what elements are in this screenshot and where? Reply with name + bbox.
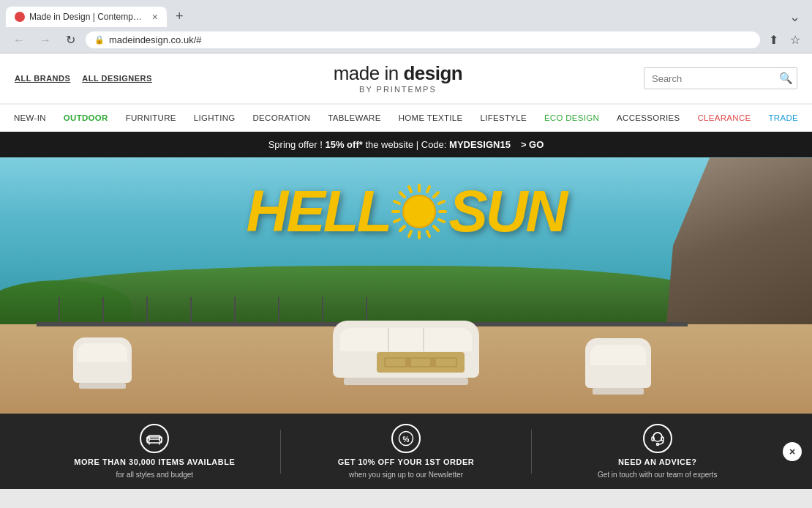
hero-railing-post-3 [146,297,148,326]
svg-point-0 [403,195,435,228]
bottom-bar-item-discount: % GET 10% OFF YOUR 1ST ORDER when you si… [281,424,532,479]
search-button[interactable]: 🔍 [779,72,793,85]
logo-pre: made in [334,62,404,84]
hero-railing-post-4 [190,297,192,326]
svg-line-10 [439,220,444,222]
site-header: ALL BRANDS ALL DESIGNERS made in design … [0,53,812,104]
svg-rect-26 [652,437,654,441]
nav-link-lifestyle[interactable]: LIFESTYLE [471,105,535,131]
headset-icon [643,424,672,453]
bottom-bar-item-advice: NEED AN ADVICE? Get in touch with our te… [532,424,783,479]
hello-sun-logo: HELL [247,179,566,244]
promo-code: MYDESIGN15 [449,139,511,150]
nav-link-furniture[interactable]: FURNITURE [117,105,185,131]
hero-railing-post-5 [234,297,236,326]
nav-item-lifestyle: LIFESTYLE [471,105,535,131]
header-left-links: ALL BRANDS ALL DESIGNERS [15,74,152,83]
hero-railing-post-6 [278,297,279,326]
nav-link-accessories[interactable]: ACCESSORIES [608,105,688,131]
svg-line-11 [409,187,411,192]
svg-line-13 [439,201,444,203]
nav-link-home-textile[interactable]: HOME TEXTILE [390,105,472,131]
hero-railing-post-2 [102,297,104,326]
nav-item-trade: TRADE [759,105,806,131]
promo-discount: 15% off* [325,139,362,150]
nav-link-tableware[interactable]: TABLEWARE [319,105,389,131]
svg-line-5 [400,193,405,197]
promo-banner: Spring offer ! 15% off* the website | Co… [0,132,812,157]
hero-coffee-table [377,352,465,373]
nav-item-outdoor: OUTDOOR [55,105,117,131]
nav-item-accessories: ACCESSORIES [608,105,688,131]
tab-favicon [15,12,25,22]
svg-line-9 [394,201,399,203]
bottom-bar-item-items: MORE THAN 30,000 ITEMS AVAILABLE for all… [29,424,280,479]
tab-end-controls: ⌄ [789,9,806,25]
nav-list: NEW-IN OUTDOOR FURNITURE LIGHTING DECORA… [0,105,812,131]
nav-link-clearance[interactable]: CLEARANCE [688,105,759,131]
search-input[interactable] [652,73,775,84]
address-text: madeindesign.co.uk/# [109,34,751,45]
sofa-svg-icon [146,432,162,445]
browser-chrome: Made in Design | Contemporar… × + ⌄ ← → … [0,0,812,53]
svg-line-15 [427,187,429,192]
site-navigation: NEW-IN OUTDOOR FURNITURE LIGHTING DECORA… [0,104,812,132]
hero-section: HELL [0,157,812,414]
nav-item-home-textile: HOME TEXTILE [390,105,472,131]
tab-title: Made in Design | Contemporar… [29,12,145,22]
all-designers-link[interactable]: ALL DESIGNERS [82,74,152,83]
sofa-icon [140,424,169,453]
svg-line-7 [434,193,438,197]
nav-link-lighting[interactable]: LIGHTING [185,105,244,131]
header-right: 🔍 [644,67,797,89]
discount-icon: % [391,424,421,453]
nav-item-tableware: TABLEWARE [319,105,389,131]
lock-icon: 🔒 [94,35,105,45]
promo-text-start: Spring offer ! [268,139,326,150]
bottom-bar-sub-items: for all styles and budget [116,471,194,479]
new-tab-button[interactable]: + [170,6,189,27]
promo-mid: the website | Code: [363,139,449,150]
back-button[interactable]: ← [9,32,29,48]
hello-text: HELL [247,182,391,241]
logo-bold: design [403,62,462,84]
svg-rect-27 [661,437,663,441]
nav-item-lighting: LIGHTING [185,105,244,131]
bottom-bar-title-items: MORE THAN 30,000 ITEMS AVAILABLE [74,457,235,466]
site-logo[interactable]: made in design by PRINTEMPS [334,62,463,94]
search-box[interactable]: 🔍 [644,67,797,89]
address-bar[interactable]: 🔒 madeindesign.co.uk/# [86,31,760,48]
logo-main-text: made in design [334,62,463,85]
nav-link-eco-design[interactable]: ÉCO DESIGN [535,105,608,131]
browser-tab-active[interactable]: Made in Design | Contemporar… × [6,7,167,27]
nav-link-decoration[interactable]: DECORATION [244,105,320,131]
hero-chair-right [585,338,651,388]
headset-svg-icon [650,430,666,447]
forward-button[interactable]: → [35,32,56,48]
close-bottom-bar-button[interactable]: × [783,442,802,461]
nav-link-outdoor[interactable]: OUTDOOR [55,105,117,131]
bottom-bar-title-advice: NEED AN ADVICE? [618,457,697,466]
share-button[interactable]: ⬆ [766,31,781,48]
promo-text: Spring offer ! 15% off* the website | Co… [268,139,511,150]
browser-tabs: Made in Design | Contemporar… × + ⌄ [0,0,812,27]
website-content: ALL BRANDS ALL DESIGNERS made in design … [0,53,812,489]
promo-cta-link[interactable]: > GO [521,139,544,150]
logo-sub-text: by PRINTEMPS [334,85,463,94]
svg-line-14 [394,220,399,222]
refresh-button[interactable]: ↻ [61,31,80,48]
nav-item-eco-design: ÉCO DESIGN [535,105,608,131]
bottom-bar-sub-discount: when you sign up to our Newsletter [349,471,463,479]
nav-item-clearance: CLEARANCE [688,105,759,131]
nav-link-trade[interactable]: TRADE [759,105,806,131]
tab-close-button[interactable]: × [152,11,158,23]
bookmark-button[interactable]: ☆ [787,31,803,48]
svg-text:%: % [403,436,410,444]
bottom-bar-title-discount: GET 10% OFF YOUR 1ST ORDER [338,457,474,466]
svg-line-16 [409,231,411,236]
hero-railing-post-1 [59,297,60,326]
svg-line-12 [427,231,429,236]
all-brands-link[interactable]: ALL BRANDS [15,74,70,83]
nav-link-new-in[interactable]: NEW-IN [5,105,55,131]
hero-chair-left [73,337,132,383]
